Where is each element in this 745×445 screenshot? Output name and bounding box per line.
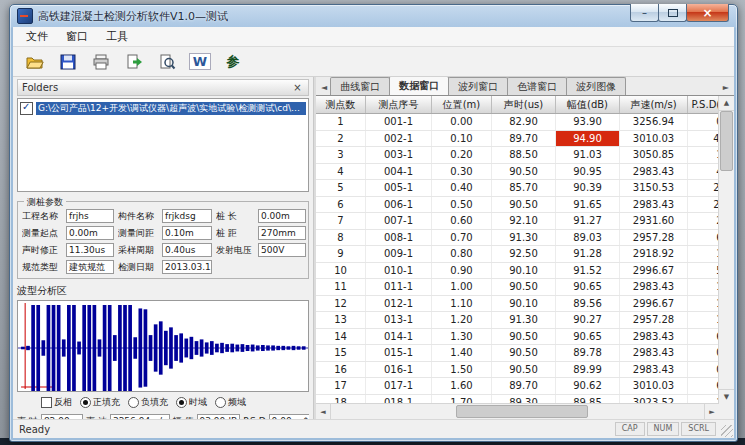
- display-control-正填充[interactable]: 正填充: [80, 396, 120, 409]
- table-cell[interactable]: 0.00: [688, 362, 719, 378]
- table-cell[interactable]: 90.39: [556, 180, 620, 196]
- table-row[interactable]: 16016-11.5090.5089.992983.430.00: [316, 362, 719, 379]
- table-cell[interactable]: 90.50: [492, 164, 556, 180]
- table-cell[interactable]: 2983.43: [620, 279, 688, 295]
- table-cell[interactable]: 0.70: [432, 230, 492, 246]
- table-cell[interactable]: 2983.43: [620, 197, 688, 213]
- table-cell[interactable]: 3010.03: [620, 131, 688, 147]
- table-cell[interactable]: 90.95: [556, 164, 620, 180]
- table-row[interactable]: 8008-10.7091.3089.032957.286.40: [316, 230, 719, 247]
- table-cell[interactable]: 007-1: [366, 213, 432, 229]
- table-cell[interactable]: 4: [316, 164, 366, 180]
- table-cell[interactable]: 001-1: [366, 114, 432, 130]
- radio-indicator[interactable]: [128, 397, 139, 408]
- table-cell[interactable]: 3050.85: [620, 147, 688, 163]
- table-cell[interactable]: 012-1: [366, 296, 432, 312]
- table-cell[interactable]: 93.90: [556, 114, 620, 130]
- table-cell[interactable]: 2996.67: [620, 263, 688, 279]
- preview-button[interactable]: [154, 49, 180, 75]
- table-cell[interactable]: 1.50: [432, 362, 492, 378]
- table-cell[interactable]: 6.40: [688, 230, 719, 246]
- table-cell[interactable]: 91.30: [492, 312, 556, 328]
- table-row[interactable]: 4004-10.3090.5090.952983.4340.0: [316, 164, 719, 181]
- table-row[interactable]: 10010-10.9090.1091.522996.6757.6: [316, 263, 719, 280]
- table-cell[interactable]: 90.50: [492, 362, 556, 378]
- table-cell[interactable]: 7: [316, 213, 366, 229]
- table-cell[interactable]: 14: [316, 329, 366, 345]
- radio-indicator[interactable]: [176, 397, 187, 408]
- tree-item-path[interactable]: G:\公司产品\12+开发\调试仪器\超声波\实地试验\检测测试\cd\003\…: [36, 102, 306, 115]
- table-cell[interactable]: 006-1: [366, 197, 432, 213]
- param-value[interactable]: 0.40us: [162, 243, 212, 257]
- radio-indicator[interactable]: [215, 397, 226, 408]
- menu-window[interactable]: 窗口: [57, 27, 97, 46]
- param-value[interactable]: frjkdsg: [162, 209, 212, 223]
- table-cell[interactable]: 1.30: [432, 329, 492, 345]
- table-cell[interactable]: 1.00: [432, 279, 492, 295]
- table-cell[interactable]: 90.50: [492, 279, 556, 295]
- table-cell[interactable]: 91.30: [492, 230, 556, 246]
- table-cell[interactable]: 017-1: [366, 378, 432, 394]
- param-value[interactable]: 0.00m: [258, 209, 306, 223]
- table-cell[interactable]: 12: [316, 296, 366, 312]
- titlebar[interactable]: 高铁建混凝土检测分析软件V1.0—测试: [10, 5, 737, 27]
- table-cell[interactable]: 0.60: [432, 213, 492, 229]
- table-cell[interactable]: 3: [316, 147, 366, 163]
- column-header[interactable]: 测点数: [316, 96, 366, 113]
- table-cell[interactable]: 0.90: [432, 263, 492, 279]
- table-cell[interactable]: 002-1: [366, 131, 432, 147]
- table-cell[interactable]: 1: [316, 114, 366, 130]
- table-cell[interactable]: 230.4: [688, 197, 719, 213]
- resize-grip[interactable]: [721, 425, 733, 437]
- tree-checkbox[interactable]: [20, 102, 33, 115]
- display-control-频域[interactable]: 频域: [215, 396, 246, 409]
- column-header[interactable]: 声时(us): [492, 96, 556, 113]
- column-header[interactable]: P.S.D(us^2/m): [688, 96, 719, 113]
- param-value[interactable]: frjhs: [66, 209, 114, 223]
- param-value[interactable]: 0.10m: [162, 226, 212, 240]
- table-cell[interactable]: 3010.03: [620, 378, 688, 394]
- tab-1[interactable]: 曲线窗口: [330, 77, 390, 95]
- column-header[interactable]: 位置(m): [432, 96, 492, 113]
- table-row[interactable]: 13013-11.2091.3090.272957.2814.4: [316, 312, 719, 329]
- table-cell[interactable]: 25.6: [688, 213, 719, 229]
- table-cell[interactable]: 1.60: [432, 378, 492, 394]
- table-cell[interactable]: 11: [316, 279, 366, 295]
- scroll-up-icon[interactable]: ▲: [719, 96, 734, 111]
- table-cell[interactable]: 90.10: [492, 263, 556, 279]
- column-header[interactable]: 声速(m/s): [620, 96, 688, 113]
- table-cell[interactable]: 57.6: [688, 263, 719, 279]
- tree-item-selected[interactable]: G:\公司产品\12+开发\调试仪器\超声波\实地试验\检测测试\cd\003\…: [20, 102, 306, 115]
- table-cell[interactable]: 1.10: [432, 296, 492, 312]
- table-cell[interactable]: 2983.43: [620, 345, 688, 361]
- table-row[interactable]: 3003-10.2088.5091.033050.8514.4: [316, 147, 719, 164]
- table-cell[interactable]: 82.90: [492, 114, 556, 130]
- table-cell[interactable]: 88.50: [492, 147, 556, 163]
- tab-4[interactable]: 色谱窗口: [507, 77, 567, 95]
- table-cell[interactable]: 0.20: [432, 147, 492, 163]
- table-cell[interactable]: 89.70: [492, 131, 556, 147]
- table-cell[interactable]: 3256.94: [620, 114, 688, 130]
- table-cell[interactable]: 2996.67: [620, 296, 688, 312]
- folder-tree[interactable]: G:\公司产品\12+开发\调试仪器\超声波\实地试验\检测测试\cd\003\…: [17, 98, 309, 192]
- table-cell[interactable]: 94.90: [556, 131, 620, 147]
- checkbox-indicator[interactable]: [41, 397, 52, 408]
- table-cell[interactable]: 90.62: [556, 378, 620, 394]
- table-row[interactable]: 14014-11.3090.5090.652983.436.40: [316, 329, 719, 346]
- table-cell[interactable]: 5: [316, 180, 366, 196]
- table-cell[interactable]: 91.03: [556, 147, 620, 163]
- table-cell[interactable]: 2983.43: [620, 329, 688, 345]
- waveform-display[interactable]: [17, 300, 309, 392]
- param-value[interactable]: 0.00m: [66, 226, 114, 240]
- table-row[interactable]: 12012-11.1090.1089.562996.671.60: [316, 296, 719, 313]
- table-cell[interactable]: 0.80: [432, 246, 492, 262]
- close-button[interactable]: ×: [686, 4, 729, 22]
- param-value[interactable]: 2013.03.13: [162, 260, 212, 274]
- table-cell[interactable]: 2983.43: [620, 362, 688, 378]
- display-control-时域[interactable]: 时域: [176, 396, 207, 409]
- save-button[interactable]: [55, 49, 81, 75]
- table-row[interactable]: 9009-10.8092.5091.282918.9214.4: [316, 246, 719, 263]
- table-cell[interactable]: 91.28: [556, 246, 620, 262]
- table-cell[interactable]: 92.50: [492, 246, 556, 262]
- table-cell[interactable]: 40.0: [688, 164, 719, 180]
